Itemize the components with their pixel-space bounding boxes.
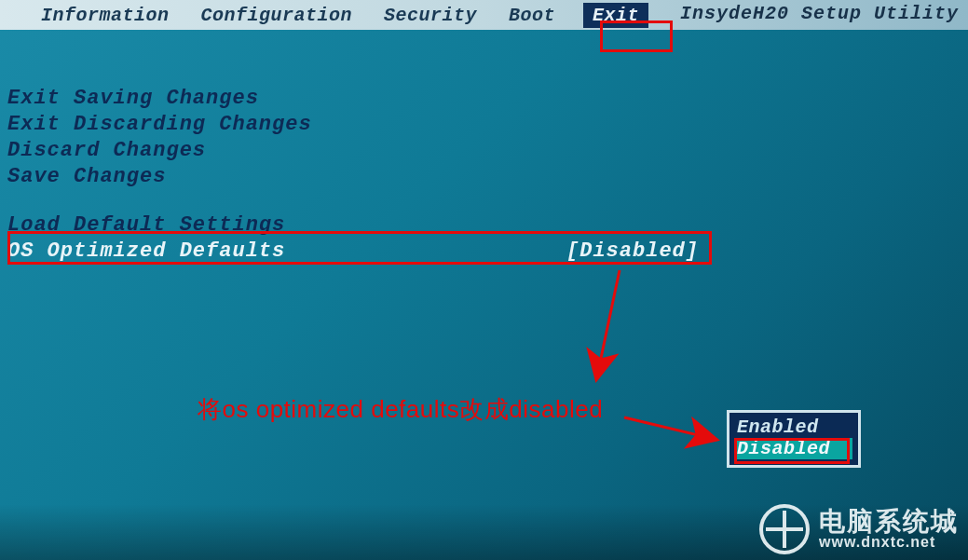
watermark-url: www.dnxtc.net (819, 535, 959, 551)
option-disabled[interactable]: Disabled (735, 438, 852, 459)
tab-security[interactable]: Security (380, 3, 481, 28)
menu-item-os-optimized-defaults[interactable]: OS Optimized Defaults [Disabled] (4, 239, 968, 265)
bios-screen: Information Configuration Security Boot … (0, 0, 968, 560)
tab-exit[interactable]: Exit (583, 3, 648, 28)
watermark: 电脑系统城 www.dnxtc.net (759, 504, 959, 554)
exit-panel: Exit Saving Changes Exit Discarding Chan… (0, 30, 968, 265)
menu-item-discard-changes[interactable]: Discard Changes (4, 138, 968, 164)
menu-item-load-defaults[interactable]: Load Default Settings (4, 212, 968, 239)
option-popup: Enabled Disabled (727, 410, 861, 468)
tab-boot[interactable]: Boot (505, 3, 559, 28)
setting-label: OS Optimized Defaults (7, 239, 566, 265)
option-enabled[interactable]: Enabled (735, 417, 852, 438)
menu-bar: Information Configuration Security Boot … (0, 0, 968, 30)
setting-value: [Disabled] (566, 239, 699, 265)
watermark-name: 电脑系统城 (819, 508, 959, 535)
svg-line-0 (596, 270, 620, 380)
menu-item-exit-discarding[interactable]: Exit Discarding Changes (4, 112, 968, 138)
app-title: InsydeH20 Setup Utility (680, 3, 959, 24)
watermark-logo-icon (759, 504, 810, 554)
menu-item-save-changes[interactable]: Save Changes (4, 164, 968, 190)
tab-information[interactable]: Information (37, 3, 173, 28)
svg-line-1 (624, 417, 717, 440)
menu-item-exit-saving[interactable]: Exit Saving Changes (4, 86, 968, 112)
tab-configuration[interactable]: Configuration (198, 3, 357, 28)
annotation-text: 将os optimized defaults改成disabled (198, 393, 603, 426)
menu-tabs: Information Configuration Security Boot … (7, 3, 648, 28)
